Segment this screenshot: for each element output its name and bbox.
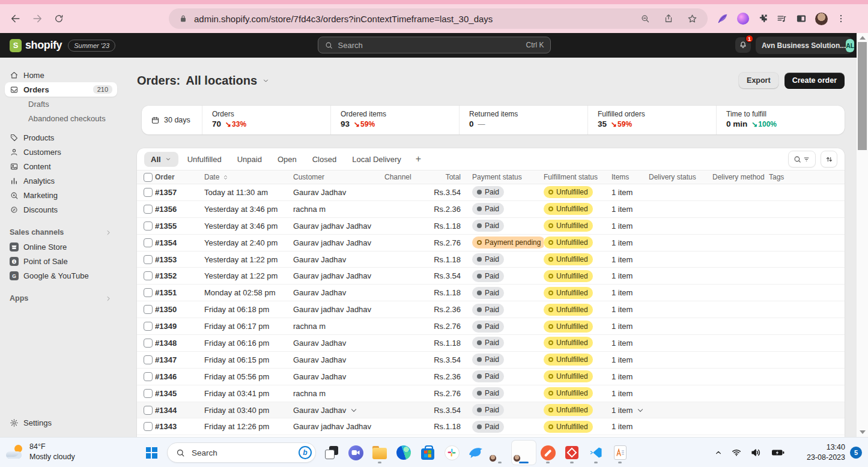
volume-button[interactable] xyxy=(750,446,763,459)
table-row[interactable]: #1353Yesterday at 1:22 pmGaurav JadhavRs… xyxy=(137,252,845,268)
address-bar[interactable]: admin.shopify.com/store/7fd4c3/orders?in… xyxy=(169,8,708,29)
share-icon[interactable] xyxy=(663,13,674,24)
row-checkbox[interactable] xyxy=(144,406,153,415)
sidebar-item-marketing[interactable]: Marketing xyxy=(5,188,117,202)
order-number[interactable]: #1351 xyxy=(155,288,204,297)
sidebar-item-online-store[interactable]: Online Store xyxy=(5,240,117,254)
column-header-delivery-method[interactable]: Delivery method xyxy=(712,173,769,181)
sidebar-item-abandoned-checkouts[interactable]: Abandoned checkouts xyxy=(5,111,117,125)
table-row[interactable]: #1350Friday at 06:18 pmGaurav jadhav Jad… xyxy=(137,301,845,318)
table-row[interactable]: #1354Yesterday at 2:40 pmGaurav jadhav J… xyxy=(137,235,845,252)
sidebar-item-customers[interactable]: Customers xyxy=(5,145,117,159)
taskbar-app-file-explorer[interactable] xyxy=(368,441,392,465)
playlist-icon[interactable] xyxy=(776,13,788,25)
column-header-items[interactable]: Items xyxy=(612,173,649,181)
chevron-down-icon[interactable] xyxy=(638,406,643,411)
taskbar-app-microsoft-store[interactable] xyxy=(416,441,440,465)
sidebar-item-point-of-sale[interactable]: sPoint of Sale xyxy=(5,254,117,268)
table-row[interactable]: #1346Friday at 05:56 pmGaurav JadhavRs.2… xyxy=(137,369,845,385)
sidebar-item-orders[interactable]: Orders210 xyxy=(5,82,117,97)
refresh-button[interactable] xyxy=(48,8,70,29)
taskbar-notification-badge[interactable]: 5 xyxy=(850,447,862,459)
sidebar-item-home[interactable]: Home xyxy=(5,68,117,82)
table-row[interactable]: #1352Yesterday at 1:22 pmGaurav jadhav J… xyxy=(137,268,845,285)
puzzle-icon[interactable] xyxy=(757,13,768,25)
taskbar-app-slack[interactable] xyxy=(440,441,464,465)
order-number[interactable]: #1352 xyxy=(155,271,204,280)
row-checkbox[interactable] xyxy=(144,288,153,297)
column-header-tags[interactable]: Tags xyxy=(769,173,845,181)
back-button[interactable] xyxy=(5,8,26,29)
taskbar-app-vscode[interactable] xyxy=(584,441,608,465)
taskbar-app-wordpad[interactable] xyxy=(608,441,632,465)
page-scrollbar[interactable] xyxy=(857,33,868,437)
column-header-channel[interactable]: Channel xyxy=(384,173,420,181)
order-number[interactable]: #1354 xyxy=(155,238,204,247)
chevron-down-icon[interactable] xyxy=(351,406,356,411)
taskbar-app-chrome-profile-2[interactable] xyxy=(512,441,536,465)
sidebar-item-drafts[interactable]: Drafts xyxy=(5,97,117,111)
table-row[interactable]: #1347Friday at 06:15 pmGaurav JadhavRs.3… xyxy=(137,352,845,369)
select-all-checkbox[interactable] xyxy=(144,173,153,182)
sidebar-section-sales-channels[interactable]: Sales channels xyxy=(5,225,117,240)
taskbar-app-teams-chat[interactable] xyxy=(344,441,368,465)
search-filter-button[interactable] xyxy=(788,151,816,167)
date-sort-icon[interactable] xyxy=(222,174,229,181)
tab-local-delivery[interactable]: Local Delivery xyxy=(345,152,408,167)
feather-extension-icon[interactable] xyxy=(716,12,729,25)
column-header-fulfillment-status[interactable]: Fulfillment status xyxy=(544,173,612,181)
chevron-up-button[interactable] xyxy=(714,448,723,457)
column-header-order[interactable]: Order xyxy=(155,173,204,181)
row-checkbox[interactable] xyxy=(144,188,153,197)
scroll-down-arrow-icon[interactable] xyxy=(860,430,866,434)
global-search-input[interactable]: Search Ctrl K xyxy=(318,37,551,53)
forward-button[interactable] xyxy=(26,8,48,29)
order-number[interactable]: #1349 xyxy=(155,322,204,331)
export-button[interactable]: Export xyxy=(739,73,778,89)
star-icon[interactable] xyxy=(687,13,698,25)
scroll-up-arrow-icon[interactable] xyxy=(860,36,866,40)
column-header-date[interactable]: Date xyxy=(204,173,293,181)
order-number[interactable]: #1357 xyxy=(155,188,204,197)
taskbar-app-dolphin[interactable] xyxy=(464,441,488,465)
order-number[interactable]: #1346 xyxy=(155,372,204,381)
table-row[interactable]: #1345Friday at 03:41 pmrachna mRs.2.76Pa… xyxy=(137,385,845,402)
location-selector[interactable]: All locations xyxy=(186,74,257,88)
row-checkbox[interactable] xyxy=(144,305,153,314)
row-checkbox[interactable] xyxy=(144,255,153,264)
taskbar-clock[interactable]: 13:40 23-08-2023 xyxy=(807,442,845,463)
sidebar-section-apps[interactable]: Apps xyxy=(5,291,117,306)
row-checkbox[interactable] xyxy=(144,372,153,381)
taskbar-app-task-view[interactable] xyxy=(320,441,344,465)
tab-open[interactable]: Open xyxy=(271,152,303,167)
row-checkbox[interactable] xyxy=(144,339,153,348)
create-order-button[interactable]: Create order xyxy=(785,73,845,89)
sidebar-item-products[interactable]: Products xyxy=(5,130,117,145)
profile-avatar[interactable] xyxy=(815,13,828,25)
tab-unpaid[interactable]: Unpaid xyxy=(231,152,269,167)
wifi-button[interactable] xyxy=(731,447,742,458)
tab-closed[interactable]: Closed xyxy=(306,152,343,167)
table-row[interactable]: #1344Friday at 03:40 pmGaurav JadhavRs.3… xyxy=(137,402,845,419)
chevron-down-icon[interactable] xyxy=(262,77,270,85)
start-button[interactable] xyxy=(139,441,163,465)
table-row[interactable]: #1343Friday at 12:26 pmGaurav jadhav Jad… xyxy=(137,418,845,435)
table-row[interactable]: #1348Friday at 06:16 pmGaurav JadhavRs.1… xyxy=(137,335,845,352)
sidebar-item-content[interactable]: Content xyxy=(5,159,117,173)
taskbar-app-edge[interactable] xyxy=(392,441,416,465)
table-row[interactable]: #1351Monday at 02:58 pmGaurav JadhavRs.1… xyxy=(137,285,845,301)
battery-button[interactable] xyxy=(771,445,785,460)
taskbar-app-chrome-profile-1[interactable] xyxy=(488,441,512,465)
column-header-customer[interactable]: Customer xyxy=(293,173,384,181)
order-number[interactable]: #1355 xyxy=(155,221,204,230)
sidebar-item-analytics[interactable]: Analytics xyxy=(5,173,117,188)
table-row[interactable]: #1357Today at 11:30 amGaurav JadhavRs.3.… xyxy=(137,184,845,201)
row-checkbox[interactable] xyxy=(144,355,153,364)
table-row[interactable]: #1356Yesterday at 3:46 pmrachna mRs.2.36… xyxy=(137,201,845,218)
shopify-logo[interactable]: S shopify Summer '23 xyxy=(10,33,115,58)
notifications-button[interactable]: 1 xyxy=(735,37,751,53)
order-number[interactable]: #1345 xyxy=(155,389,204,398)
tab-unfulfilled[interactable]: Unfulfilled xyxy=(181,152,228,167)
row-checkbox[interactable] xyxy=(144,422,153,431)
row-checkbox[interactable] xyxy=(144,221,153,230)
